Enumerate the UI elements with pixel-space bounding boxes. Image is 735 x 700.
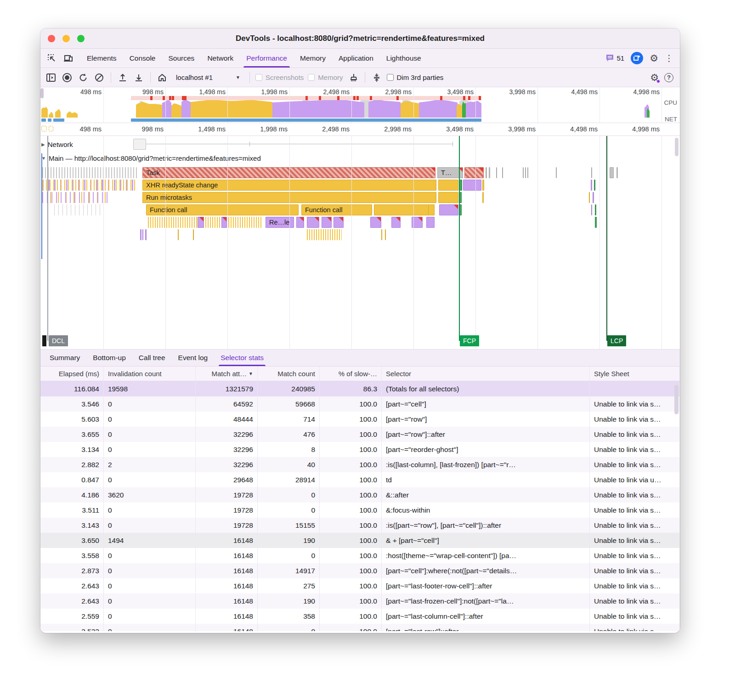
dcl-marker-badge[interactable]: DCL xyxy=(49,335,68,346)
column-header--of-slow-[interactable]: % of slow-… xyxy=(320,367,382,381)
table-scrollbar[interactable] xyxy=(674,385,678,414)
table-row[interactable]: 2.5320161480100.0[part~="last-row"]::aft… xyxy=(40,624,680,631)
flame-bar[interactable] xyxy=(438,192,458,203)
memory-checkbox[interactable]: Memory xyxy=(308,73,343,81)
flame-bar[interactable] xyxy=(525,167,526,178)
column-header-match-count[interactable]: Match count xyxy=(258,367,320,381)
flame-bar[interactable] xyxy=(385,229,386,240)
table-row[interactable]: 4.1863620197280100.0&::afterUnable to li… xyxy=(40,487,680,502)
table-row[interactable]: 2.643016148275100.0[part~="last-footer-r… xyxy=(40,578,680,593)
flame-bar[interactable] xyxy=(594,180,595,191)
home-icon[interactable] xyxy=(156,72,168,84)
flame-bar[interactable] xyxy=(438,180,458,191)
flame-bar[interactable] xyxy=(610,167,614,178)
collapsed-arrow-icon[interactable]: ▶ xyxy=(41,142,45,147)
flame-bar[interactable] xyxy=(556,167,557,178)
flame-bar[interactable] xyxy=(334,217,344,228)
flame-scrollbar[interactable] xyxy=(675,138,678,156)
flame-bar[interactable] xyxy=(464,167,484,178)
flame-bar[interactable] xyxy=(593,192,594,203)
table-row[interactable]: 2.559016148358100.0[part~="last-column-c… xyxy=(40,609,680,624)
tab-selector-stats[interactable]: Selector stats xyxy=(214,350,270,366)
flame-bar[interactable] xyxy=(527,167,528,178)
tab-console[interactable]: Console xyxy=(123,49,162,68)
settings-gear-icon[interactable]: ⚙ xyxy=(650,53,658,63)
network-track[interactable]: ▶ Network xyxy=(41,138,672,153)
main-thread-track[interactable]: ▼ Main — http://localhost:8080/grid?metr… xyxy=(41,154,261,167)
profile-select[interactable]: localhost #1 ▼ xyxy=(172,73,244,81)
tab-lighthouse[interactable]: Lighthouse xyxy=(380,49,428,68)
flame-bar[interactable] xyxy=(307,217,319,228)
table-row[interactable]: 2.88223229640100.0:is([last-column], [la… xyxy=(40,457,680,472)
tab-performance[interactable]: Performance xyxy=(240,49,294,68)
column-header-invalidation-count[interactable]: Invalidation count xyxy=(104,367,196,381)
upload-profile-icon[interactable] xyxy=(117,72,129,84)
reload-record-button[interactable] xyxy=(77,72,89,84)
table-row[interactable]: 2.643016148190100.0[part~="last-frozen-c… xyxy=(40,593,680,609)
tab-call-tree[interactable]: Call tree xyxy=(132,350,172,366)
table-row[interactable]: 3.14301972815155100.0:is([part~="row"], … xyxy=(40,518,680,533)
table-row[interactable]: 3.54606459259668100.0[part~="cell"]Unabl… xyxy=(40,396,680,412)
flame-bar[interactable] xyxy=(482,180,484,191)
flame-bar[interactable] xyxy=(616,167,618,178)
flame-bar[interactable] xyxy=(391,217,401,228)
flame-bar[interactable] xyxy=(439,204,458,215)
timeline-overview[interactable]: CPU NET 498 ms998 ms1,498 ms1,998 ms2,49… xyxy=(40,87,680,123)
tab-memory[interactable]: Memory xyxy=(294,49,332,68)
lcp-marker-badge[interactable]: LCP xyxy=(607,335,626,346)
flame-bar[interactable] xyxy=(142,229,143,240)
garbage-collect-icon[interactable] xyxy=(347,72,359,84)
minimize-window-button[interactable] xyxy=(62,35,70,42)
tab-network[interactable]: Network xyxy=(201,49,240,68)
table-row[interactable]: 3.1340322968100.0[part~="reorder-ghost"]… xyxy=(40,442,680,457)
flame-bar[interactable] xyxy=(523,167,524,178)
flame-bar[interactable] xyxy=(426,217,435,228)
flame-bar[interactable] xyxy=(489,167,490,178)
flame-bar[interactable]: Function call xyxy=(146,204,299,215)
column-header-style-sheet[interactable]: Style Sheet xyxy=(590,367,680,381)
fcp-marker-badge[interactable]: FCP xyxy=(460,335,479,346)
flame-bar[interactable] xyxy=(322,217,332,228)
network-request-bar[interactable] xyxy=(133,139,146,150)
table-row[interactable]: 3.5580161480100.0:host([theme~="wrap-cel… xyxy=(40,548,680,563)
tab-bottom-up[interactable]: Bottom-up xyxy=(86,350,132,366)
flame-bar[interactable] xyxy=(482,192,484,203)
tab-application[interactable]: Application xyxy=(332,49,380,68)
flame-bar[interactable] xyxy=(145,229,147,240)
column-header-match-att-[interactable]: Match att…▼ xyxy=(196,367,258,381)
collapse-sections-icon[interactable] xyxy=(371,72,383,84)
flame-bar[interactable] xyxy=(428,204,435,215)
column-header-selector[interactable]: Selector xyxy=(382,367,590,381)
flame-bar[interactable] xyxy=(370,217,381,228)
more-options-icon[interactable]: ⋮ xyxy=(665,53,673,63)
ai-assistance-icon[interactable] xyxy=(631,52,643,64)
flame-bar[interactable] xyxy=(198,217,204,228)
flame-bar[interactable] xyxy=(178,229,179,240)
device-toolbar-icon[interactable] xyxy=(62,49,75,68)
download-profile-icon[interactable] xyxy=(133,72,145,84)
record-button[interactable] xyxy=(61,72,73,84)
flame-bar[interactable] xyxy=(221,217,227,228)
tab-event-log[interactable]: Event log xyxy=(172,350,215,366)
toggle-sidebar-icon[interactable] xyxy=(45,72,57,84)
flame-bar[interactable] xyxy=(496,167,497,178)
close-window-button[interactable] xyxy=(48,35,55,42)
flame-bar[interactable] xyxy=(595,217,597,228)
flame-bar[interactable] xyxy=(595,204,596,215)
flame-bar[interactable] xyxy=(486,167,487,178)
flame-bar[interactable] xyxy=(591,167,592,178)
tab-sources[interactable]: Sources xyxy=(162,49,201,68)
flame-bar[interactable] xyxy=(193,229,194,240)
tab-elements[interactable]: Elements xyxy=(80,49,123,68)
clear-button[interactable] xyxy=(93,72,105,84)
zoom-window-button[interactable] xyxy=(77,35,85,42)
table-row[interactable]: 0.84702964828914100.0tdUnable to link vi… xyxy=(40,472,680,487)
flame-bar[interactable] xyxy=(140,229,141,240)
flame-bar[interactable] xyxy=(591,180,592,191)
flame-bar[interactable] xyxy=(463,180,481,191)
flame-bar[interactable] xyxy=(374,204,435,215)
flame-bar[interactable] xyxy=(589,192,590,203)
screenshots-checkbox[interactable]: Screenshots xyxy=(255,73,304,81)
flame-bar[interactable] xyxy=(591,204,592,215)
table-row[interactable]: 3.655032296476100.0[part~="row"]::afterU… xyxy=(40,427,680,442)
